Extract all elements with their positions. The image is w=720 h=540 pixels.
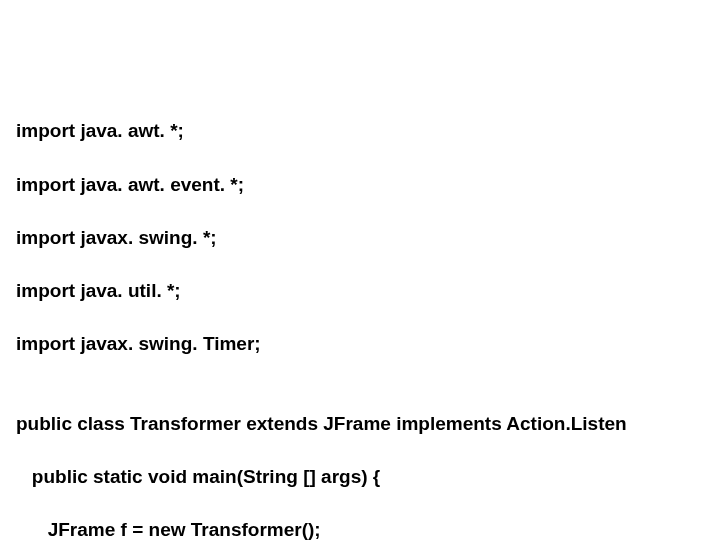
code-line: import java. awt. *; (16, 118, 704, 145)
code-line: public class Transformer extends JFrame … (16, 411, 704, 438)
code-line: import javax. swing. *; (16, 225, 704, 252)
code-line: import java. awt. event. *; (16, 172, 704, 199)
code-line: import javax. swing. Timer; (16, 331, 704, 358)
code-line: import java. util. *; (16, 278, 704, 305)
code-line: public static void main(String [] args) … (16, 464, 704, 491)
code-line: JFrame f = new Transformer(); (16, 517, 704, 540)
